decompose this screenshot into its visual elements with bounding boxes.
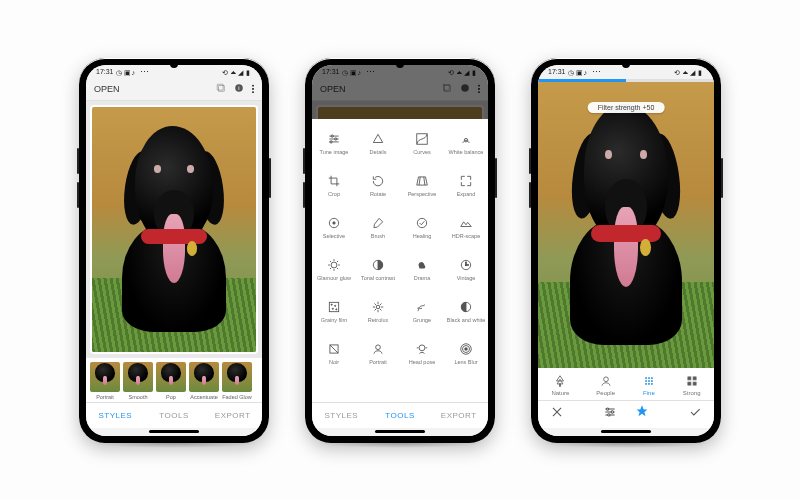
tool-curves[interactable]: Curves <box>400 123 444 165</box>
styles-button[interactable] <box>635 405 649 423</box>
detail-option-label: People <box>596 390 615 396</box>
tool-glamour[interactable]: Glamour glow <box>312 249 356 291</box>
phone-mockup-1: 17:31 ◷ ▣ ♪ ⟲ ⏶ ◢ ▮ OPEN i <box>79 58 269 443</box>
svg-point-43 <box>651 383 652 384</box>
svg-rect-47 <box>693 382 696 385</box>
tab-export[interactable]: EXPORT <box>429 403 488 428</box>
svg-rect-46 <box>688 382 691 385</box>
tool-label: Details <box>370 149 387 155</box>
tool-hdr[interactable]: HDR-scape <box>444 207 488 249</box>
tool-healing[interactable]: Healing <box>400 207 444 249</box>
tool-label: Selective <box>323 233 345 239</box>
tab-export[interactable]: EXPORT <box>203 403 262 428</box>
briefcase-icon: ▣ <box>124 69 130 75</box>
tool-vintage[interactable]: Vintage <box>444 249 488 291</box>
tool-noir[interactable]: Noir <box>312 333 356 375</box>
tool-label: Portrait <box>369 359 387 365</box>
tool-expand[interactable]: Expand <box>444 165 488 207</box>
home-indicator[interactable] <box>86 428 262 436</box>
svg-point-30 <box>464 347 468 351</box>
tool-selective[interactable]: Selective <box>312 207 356 249</box>
style-thumb[interactable]: Accentuate <box>189 362 219 400</box>
tab-styles[interactable]: STYLES <box>312 403 371 428</box>
tools-grid: Tune imageDetailsCurvesWhite balanceCrop… <box>312 119 488 410</box>
tool-wb[interactable]: White balance <box>444 123 488 165</box>
detail-option-nature[interactable]: Nature <box>551 374 569 396</box>
tool-tonal[interactable]: Tonal contrast <box>356 249 400 291</box>
svg-point-36 <box>648 377 649 378</box>
info-icon[interactable] <box>460 83 470 95</box>
tool-label: HDR-scape <box>452 233 480 239</box>
image-canvas[interactable]: Filter strength +50 <box>538 82 714 368</box>
edited-image <box>538 82 714 368</box>
status-time: 17:31 <box>548 68 566 75</box>
apply-button[interactable] <box>688 405 702 423</box>
style-thumb[interactable]: Pop <box>156 362 186 400</box>
svg-point-38 <box>645 380 646 381</box>
edited-image <box>92 107 256 352</box>
clock-icon: ◷ <box>116 69 122 75</box>
tool-rotate[interactable]: Rotate <box>356 165 400 207</box>
detail-option-strong[interactable]: Strong <box>683 374 701 396</box>
svg-point-25 <box>376 305 380 309</box>
tool-grunge[interactable]: Grunge <box>400 291 444 333</box>
svg-point-6 <box>461 84 469 92</box>
svg-rect-1 <box>217 84 223 90</box>
tool-details[interactable]: Details <box>356 123 400 165</box>
tool-retrolux[interactable]: Retrolux <box>356 291 400 333</box>
info-icon[interactable]: i <box>234 83 244 95</box>
svg-point-34 <box>603 376 608 381</box>
detail-option-label: Fine <box>643 390 655 396</box>
tab-tools[interactable]: TOOLS <box>145 403 204 428</box>
svg-point-37 <box>651 377 652 378</box>
detail-option-fine[interactable]: Fine <box>642 374 656 396</box>
tool-label: Tonal contrast <box>361 275 395 281</box>
tool-tune[interactable]: Tune image <box>312 123 356 165</box>
tool-label: Expand <box>457 191 476 197</box>
tool-label: Retrolux <box>368 317 388 323</box>
tool-drama[interactable]: Drama <box>400 249 444 291</box>
photo-stack-icon[interactable] <box>442 83 452 95</box>
home-indicator[interactable] <box>312 428 488 436</box>
tab-tools[interactable]: TOOLS <box>371 403 430 428</box>
tool-brush[interactable]: Brush <box>356 207 400 249</box>
svg-rect-33 <box>560 383 561 385</box>
svg-point-35 <box>645 377 646 378</box>
open-button[interactable]: OPEN <box>94 84 120 94</box>
tool-label: Perspective <box>408 191 437 197</box>
svg-point-21 <box>331 304 332 305</box>
svg-rect-0 <box>219 86 225 92</box>
tool-crop[interactable]: Crop <box>312 165 356 207</box>
tool-grainy[interactable]: Grainy film <box>312 291 356 333</box>
more-vert-icon[interactable] <box>252 84 254 94</box>
tool-portrait[interactable]: Portrait <box>356 333 400 375</box>
tab-styles[interactable]: STYLES <box>86 403 145 428</box>
image-canvas[interactable] <box>86 101 262 358</box>
tool-lensblur[interactable]: Lens Blur <box>444 333 488 375</box>
style-thumb[interactable]: Faded Glow <box>222 362 252 400</box>
tool-headpose[interactable]: Head pose <box>400 333 444 375</box>
tool-perspective[interactable]: Perspective <box>400 165 444 207</box>
open-button[interactable]: OPEN <box>320 84 346 94</box>
more-vert-icon[interactable] <box>478 84 480 94</box>
svg-rect-44 <box>688 376 691 379</box>
photo-stack-icon[interactable] <box>216 83 226 95</box>
style-thumb[interactable]: Portrait <box>90 362 120 400</box>
tool-label: Grainy film <box>321 317 347 323</box>
close-button[interactable] <box>550 405 564 423</box>
svg-point-13 <box>333 222 335 224</box>
tool-bw[interactable]: Black and white <box>444 291 488 333</box>
svg-point-15 <box>331 262 337 268</box>
detail-option-label: Strong <box>683 390 701 396</box>
svg-point-48 <box>607 408 609 410</box>
more-notifications-icon <box>140 67 148 77</box>
sliders-button[interactable] <box>603 405 617 423</box>
battery-icon: ▮ <box>246 69 252 75</box>
wifi-icon: ⏶ <box>230 69 236 75</box>
tool-label: Tune image <box>320 149 349 155</box>
status-time: 17:31 <box>322 68 340 75</box>
detail-option-people[interactable]: People <box>596 374 615 396</box>
style-thumb[interactable]: Smooth <box>123 362 153 400</box>
app-bar: OPEN <box>312 79 488 101</box>
home-indicator[interactable] <box>538 428 714 436</box>
